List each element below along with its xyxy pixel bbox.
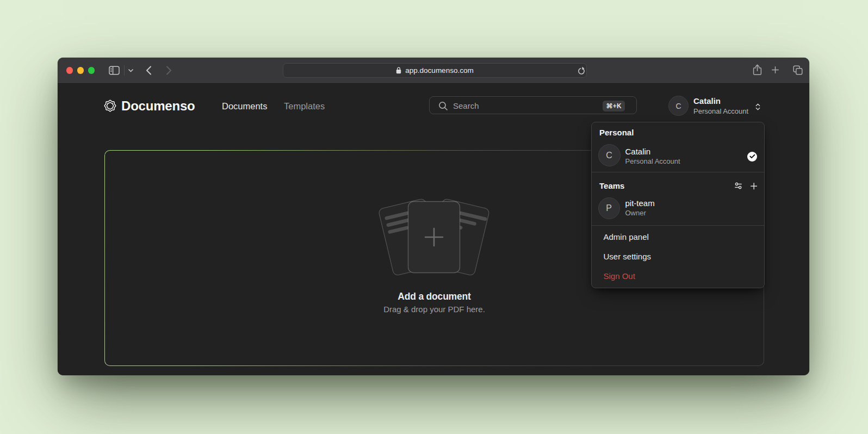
document-cards-icon xyxy=(371,195,497,280)
zoom-button[interactable] xyxy=(88,67,95,74)
lock-icon xyxy=(396,67,401,74)
check-icon xyxy=(749,154,755,159)
account-name[interactable]: Catalin xyxy=(693,96,721,106)
menu-team-avatar-initial: P xyxy=(606,203,612,213)
minimize-button[interactable] xyxy=(77,67,84,74)
manage-teams-icon[interactable] xyxy=(735,182,742,189)
search-placeholder: Search xyxy=(453,101,479,111)
menu-item-sign-out[interactable]: Sign Out xyxy=(604,271,635,281)
nav-templates[interactable]: Templates xyxy=(284,101,325,111)
menu-separator xyxy=(592,172,764,172)
menu-label-teams: Teams xyxy=(599,181,624,191)
menu-separator xyxy=(592,225,764,226)
address-bar-url: app.documenso.com xyxy=(405,66,473,75)
share-icon[interactable] xyxy=(753,64,762,76)
dropzone-subtitle: Drag & drop your PDF here. xyxy=(105,305,764,314)
menu-item-user-settings[interactable]: User settings xyxy=(604,252,652,262)
forward-icon[interactable] xyxy=(166,66,172,75)
search-icon xyxy=(438,101,448,111)
menu-team-name[interactable]: pit-team xyxy=(625,199,655,208)
search-input[interactable]: Search ⌘+K xyxy=(429,96,637,114)
account-menu: Personal C Catalin Personal Account Team… xyxy=(591,122,765,288)
selected-check-icon xyxy=(747,152,757,162)
documenso-logo-icon xyxy=(104,100,116,112)
search-shortcut-badge: ⌘+K xyxy=(603,101,625,111)
account-avatar[interactable]: C xyxy=(668,96,689,116)
brand-name[interactable]: Documenso xyxy=(121,99,195,113)
back-icon[interactable] xyxy=(146,66,152,75)
tab-overview-icon[interactable] xyxy=(793,65,803,75)
account-type: Personal Account xyxy=(693,107,748,116)
close-button[interactable] xyxy=(66,67,73,74)
menu-personal-subtitle: Personal Account xyxy=(625,157,680,166)
dropzone-title: Add a document xyxy=(105,291,764,302)
sidebar-toggle-icon[interactable] xyxy=(109,66,120,75)
nav-documents[interactable]: Documents xyxy=(222,101,267,111)
address-bar[interactable]: app.documenso.com xyxy=(283,63,587,78)
menu-team-avatar: P xyxy=(598,197,620,219)
menu-item-admin-panel[interactable]: Admin panel xyxy=(604,232,649,242)
chevrons-up-down-icon[interactable] xyxy=(755,103,760,110)
refresh-icon[interactable] xyxy=(578,66,585,75)
toolbar-chevron-down-icon[interactable] xyxy=(128,69,133,72)
add-team-icon[interactable] xyxy=(751,183,758,190)
browser-window: app.documenso.com Documenso Documents Te… xyxy=(58,58,809,375)
menu-personal-name[interactable]: Catalin xyxy=(625,147,651,157)
menu-label-personal: Personal xyxy=(599,127,634,138)
app-content: Documenso Documents Templates Search ⌘+K… xyxy=(58,84,809,375)
browser-titlebar: app.documenso.com xyxy=(58,58,809,84)
account-avatar-initial: C xyxy=(675,102,681,110)
menu-team-role: Owner xyxy=(625,208,646,218)
menu-personal-avatar-initial: C xyxy=(606,151,612,160)
menu-personal-avatar: C xyxy=(598,144,621,166)
new-tab-icon[interactable] xyxy=(772,66,779,73)
toolbar-divider xyxy=(124,65,125,76)
